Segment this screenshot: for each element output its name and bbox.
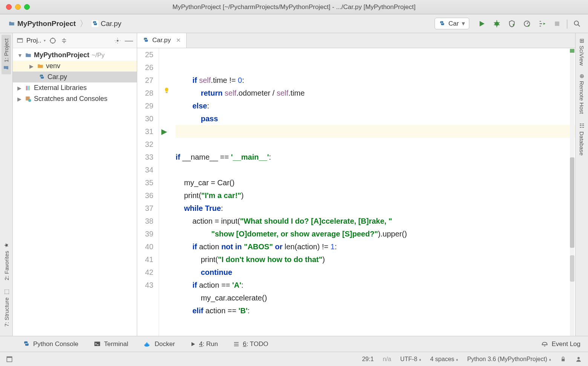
line-number[interactable]: 35	[137, 176, 153, 189]
minimize-icon[interactable]	[15, 4, 21, 10]
collapse-icon[interactable]	[60, 37, 68, 45]
status-encoding[interactable]: UTF-8 ♦	[400, 356, 421, 363]
code-line[interactable]	[176, 125, 575, 138]
close-icon[interactable]	[6, 4, 12, 10]
right-tab-sciview[interactable]: ⊞SciView	[577, 35, 587, 69]
code-line[interactable]: my_car = Car()	[176, 176, 575, 189]
line-number[interactable]: 42	[137, 266, 153, 279]
scratches-icon	[25, 96, 32, 102]
concurrency-button[interactable]	[537, 19, 547, 29]
titlebar: MyPythonProject [~/PycharmProjects/MyPyt…	[0, 0, 588, 14]
tree-root[interactable]: ▼ MyPythonProject ~/Py	[13, 50, 137, 61]
bottom-tab-event-log[interactable]: Event Log	[541, 340, 580, 348]
code-line[interactable]: action = input("What should I do? [A]cce…	[176, 215, 575, 227]
left-tool-gutter: 1: Project 2: Favorites ★ 7: Structure ⬚	[0, 33, 13, 336]
line-number[interactable]: 39	[137, 227, 153, 240]
intention-bulb-icon[interactable]	[163, 87, 170, 94]
line-number[interactable]: 27	[137, 74, 153, 87]
code-line[interactable]	[176, 163, 575, 176]
left-tab-favorites[interactable]: 2: Favorites ★	[2, 238, 11, 284]
bottom-tool-bar: Python Console Terminal Docker 4: Run 6:…	[0, 336, 588, 352]
line-number[interactable]: 43	[137, 279, 153, 291]
maximize-icon[interactable]	[24, 4, 30, 10]
status-context[interactable]: n/a	[383, 356, 391, 363]
line-number[interactable]: 25	[137, 48, 153, 61]
editor-tab[interactable]: Car.py ✕	[137, 33, 187, 48]
line-number[interactable]: 32	[137, 138, 153, 151]
gear-icon[interactable]	[113, 37, 122, 45]
code-line[interactable]: elif action == 'B':	[176, 304, 575, 317]
line-number[interactable]: 26	[137, 61, 153, 74]
python-file-icon	[142, 37, 149, 44]
debug-button[interactable]	[492, 19, 502, 29]
bottom-tab-run[interactable]: 4: Run	[190, 340, 218, 348]
stop-button	[552, 19, 562, 29]
code-line[interactable]: if action == 'A':	[176, 279, 575, 291]
status-interpreter[interactable]: Python 3.6 (MyPythonProject) ♦	[467, 356, 551, 363]
window-controls	[6, 4, 30, 10]
run-gutter-icon[interactable]: ▶	[161, 127, 167, 136]
profile-button[interactable]	[522, 19, 532, 29]
code-line[interactable]: while True:	[176, 202, 575, 215]
line-number[interactable]: 34	[137, 163, 153, 176]
bottom-tab-python-console[interactable]: Python Console	[23, 340, 78, 348]
line-number[interactable]: 38	[137, 215, 153, 227]
breadcrumb-root[interactable]: MyPythonProject	[17, 20, 76, 28]
editor-scrollbar[interactable]	[570, 48, 574, 336]
bottom-tab-todo[interactable]: 6: TODO	[233, 340, 268, 348]
line-number[interactable]: 41	[137, 253, 153, 266]
hide-icon[interactable]: —	[125, 37, 133, 45]
tree-scratches[interactable]: ▶ Scratches and Consoles	[13, 93, 137, 104]
search-button[interactable]	[572, 19, 582, 29]
code-line[interactable]: if self.time != 0:	[176, 74, 575, 87]
svg-rect-14	[29, 86, 30, 90]
tool-window-quick-access[interactable]	[6, 356, 13, 363]
code-line[interactable]: my_car.accelerate()	[176, 291, 575, 304]
svg-point-10	[117, 40, 119, 41]
run-config-label: Car	[449, 20, 459, 27]
line-number[interactable]: 40	[137, 240, 153, 253]
code-line[interactable]: print("I don't know how to do that")	[176, 253, 575, 266]
coverage-button[interactable]	[507, 19, 517, 29]
svg-point-1	[94, 21, 95, 22]
code-line[interactable]: if __name__ == '__main__':	[176, 151, 575, 163]
right-tab-database[interactable]: ☷Database	[577, 119, 587, 159]
line-number[interactable]: 33	[137, 151, 153, 163]
line-number[interactable]: 28	[137, 87, 153, 99]
code-line[interactable]: "show [O]dometer, or show average [S]pee…	[176, 227, 575, 240]
code-line[interactable]: pass	[176, 112, 575, 125]
run-configuration-selector[interactable]: Car ▾	[435, 18, 469, 29]
line-number[interactable]: 31	[137, 125, 153, 138]
chevron-down-icon: ▾	[462, 20, 465, 27]
status-caret[interactable]: 29:1	[362, 356, 374, 363]
close-tab-icon[interactable]: ✕	[176, 37, 181, 44]
tree-venv[interactable]: ▶ venv	[13, 61, 137, 72]
code-line[interactable]: return self.odometer / self.time	[176, 87, 575, 99]
svg-point-3	[495, 21, 499, 26]
line-number[interactable]: 29	[137, 99, 153, 112]
code-line[interactable]: if action not in "ABOS" or len(action) !…	[176, 240, 575, 253]
left-tab-structure[interactable]: 7: Structure ⬚	[2, 285, 11, 331]
right-tab-remote[interactable]: ⊕Remote Host	[577, 70, 587, 118]
libraries-icon	[25, 85, 32, 92]
line-number[interactable]: 30	[137, 112, 153, 125]
bottom-tab-terminal[interactable]: Terminal	[93, 340, 128, 348]
code-line[interactable]: else:	[176, 99, 575, 112]
left-tab-project[interactable]: 1: Project	[2, 35, 11, 74]
run-button[interactable]	[477, 19, 487, 29]
tree-external-libraries[interactable]: ▶ External Libraries	[13, 82, 137, 93]
code-line[interactable]	[176, 138, 575, 151]
code-area[interactable]: 25262728293031323334353637383940414243 ▶…	[137, 48, 575, 336]
line-number[interactable]: 36	[137, 189, 153, 202]
status-indent[interactable]: 4 spaces ♦	[430, 356, 458, 363]
code-line[interactable]: continue	[176, 266, 575, 279]
project-panel-title[interactable]: Proj..▾	[26, 37, 46, 44]
lock-icon[interactable]	[560, 356, 566, 362]
bottom-tab-docker[interactable]: Docker	[143, 340, 175, 348]
code-line[interactable]: print("I'm a car!")	[176, 189, 575, 202]
line-number[interactable]: 37	[137, 202, 153, 215]
hector-icon[interactable]	[575, 356, 582, 363]
breadcrumb-file[interactable]: Car.py	[101, 20, 121, 28]
tree-file-car[interactable]: Car.py	[13, 72, 137, 82]
target-icon[interactable]	[49, 37, 57, 45]
